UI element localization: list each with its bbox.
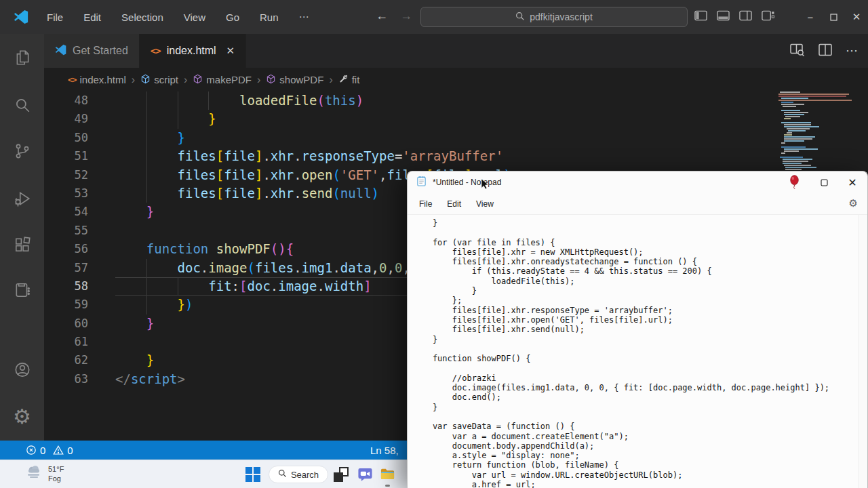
search-sidebar-icon[interactable] bbox=[14, 96, 31, 117]
cursor-position[interactable]: Ln 58, bbox=[370, 441, 399, 460]
warnings-icon[interactable] bbox=[53, 445, 64, 455]
breadcrumb-file[interactable]: <> index.html bbox=[68, 74, 126, 85]
menu-edit[interactable]: Edit bbox=[439, 199, 469, 209]
notepad-line: } bbox=[413, 335, 867, 344]
chevron-right-icon: › bbox=[183, 74, 188, 86]
menu-edit[interactable]: Edit bbox=[73, 12, 111, 23]
line-number: 55 bbox=[44, 222, 88, 240]
command-center-search[interactable]: pdfkitjavascript bbox=[420, 7, 688, 27]
tab-bar: Get Started <> index.html ✕ ⋯ bbox=[44, 34, 868, 68]
notebook-icon[interactable] bbox=[14, 281, 31, 302]
menu-view[interactable]: View bbox=[469, 199, 501, 209]
html-file-icon: <> bbox=[151, 45, 161, 56]
balloon-icon bbox=[781, 171, 808, 193]
breadcrumb-script[interactable]: script bbox=[140, 74, 178, 86]
errors-icon[interactable] bbox=[26, 445, 37, 455]
notepad-line: files[file].xhr.open('GET', files[file].… bbox=[413, 315, 867, 325]
symbol-method-icon bbox=[266, 74, 276, 86]
notepad-text-area[interactable]: } for (var file in files) { files[file].… bbox=[408, 215, 867, 488]
line-number: 58 bbox=[44, 277, 88, 296]
notepad-line: var saveData = (function () { bbox=[413, 422, 867, 431]
chevron-right-icon: › bbox=[256, 74, 261, 86]
file-explorer-button[interactable] bbox=[380, 466, 395, 485]
errors-count: 0 bbox=[40, 445, 45, 456]
notepad-line: } bbox=[413, 403, 867, 412]
vscode-logo-icon bbox=[14, 9, 28, 27]
menu-more[interactable]: ⋯ bbox=[289, 11, 319, 23]
customize-layout-icon[interactable] bbox=[762, 10, 774, 24]
notepad-menubar: File Edit View ⚙ bbox=[408, 193, 867, 215]
scrollbar[interactable] bbox=[859, 215, 867, 488]
layout-sidebar-icon[interactable] bbox=[694, 10, 707, 24]
notepad-titlebar[interactable]: *Untitled - Notepad ✕ bbox=[408, 171, 867, 193]
notepad-line: } bbox=[413, 218, 867, 228]
menu-selection[interactable]: Selection bbox=[111, 12, 174, 23]
notepad-line bbox=[413, 412, 867, 422]
notepad-line: var a = document.createElement("a"); bbox=[413, 432, 867, 441]
notepad-line: files[file].xhr.onreadystatechange = fun… bbox=[413, 257, 867, 266]
notepad-line bbox=[413, 363, 867, 373]
notepad-line: }; bbox=[413, 296, 867, 305]
close-icon[interactable]: ✕ bbox=[839, 171, 866, 193]
layout-panel-icon[interactable] bbox=[717, 10, 730, 24]
chat-button[interactable] bbox=[357, 466, 373, 485]
menu-run[interactable]: Run bbox=[250, 12, 289, 23]
chevron-right-icon: › bbox=[131, 74, 136, 86]
extensions-icon[interactable] bbox=[14, 236, 31, 256]
maximize-icon[interactable] bbox=[822, 0, 845, 34]
notepad-window: *Untitled - Notepad ✕ File Edit View ⚙ }… bbox=[407, 171, 868, 488]
tab-get-started[interactable]: Get Started bbox=[44, 34, 140, 68]
minimize-icon[interactable]: − bbox=[799, 0, 822, 34]
explorer-running-indicator bbox=[385, 485, 390, 487]
warnings-count: 0 bbox=[67, 445, 73, 456]
maximize-icon[interactable] bbox=[810, 171, 837, 193]
line-number: 59 bbox=[44, 296, 88, 314]
tab-index-html[interactable]: <> index.html ✕ bbox=[140, 34, 246, 68]
tab-close-icon[interactable]: ✕ bbox=[226, 45, 235, 57]
notepad-line: a.style = "display: none"; bbox=[413, 451, 867, 460]
accounts-icon[interactable] bbox=[13, 361, 31, 382]
more-actions-icon[interactable]: ⋯ bbox=[846, 43, 859, 58]
editor-line[interactable]: 50 } bbox=[44, 129, 868, 147]
search-label: Search bbox=[291, 470, 319, 480]
notepad-line: doc.image(files.img1.data, 0, 0, { fit: … bbox=[413, 383, 867, 392]
weather-widget[interactable]: 51°F Fog bbox=[24, 463, 64, 485]
taskbar-search[interactable]: Search bbox=[269, 466, 328, 483]
symbol-property-icon bbox=[338, 74, 349, 86]
notepad-line bbox=[413, 344, 867, 354]
notepad-line: doc.end(); bbox=[413, 392, 867, 402]
breadcrumb-fit[interactable]: fit bbox=[338, 74, 360, 86]
settings-gear-icon[interactable]: ⚙ bbox=[13, 407, 31, 427]
line-number: 49 bbox=[44, 110, 88, 128]
menubar: File Edit Selection View Go Run ⋯ bbox=[37, 0, 319, 34]
editor-line[interactable]: 51 files[file].xhr.responseType='arrayBu… bbox=[44, 147, 868, 165]
breadcrumb-makepdf[interactable]: makePDF bbox=[193, 74, 252, 86]
task-view-button[interactable] bbox=[334, 467, 349, 482]
notepad-line: function showPDF() { bbox=[413, 354, 867, 363]
open-changes-icon[interactable] bbox=[790, 43, 805, 59]
notepad-line: loadedFile(this); bbox=[413, 277, 867, 286]
menu-file[interactable]: File bbox=[37, 12, 73, 23]
split-editor-icon[interactable] bbox=[818, 43, 832, 59]
line-number: 51 bbox=[44, 147, 88, 165]
editor-line[interactable]: 48 loadedFile(this) bbox=[44, 92, 868, 110]
close-icon[interactable]: ✕ bbox=[845, 0, 868, 34]
menu-go[interactable]: Go bbox=[216, 12, 250, 23]
forward-arrow-icon[interactable]: → bbox=[400, 9, 412, 23]
menu-view[interactable]: View bbox=[174, 12, 216, 23]
breadcrumb-showpdf[interactable]: showPDF bbox=[266, 74, 323, 86]
line-number: 50 bbox=[44, 129, 88, 147]
start-button[interactable] bbox=[245, 467, 260, 482]
source-control-icon[interactable] bbox=[14, 142, 31, 163]
settings-gear-icon[interactable]: ⚙ bbox=[849, 197, 858, 209]
menu-file[interactable]: File bbox=[412, 199, 439, 209]
back-arrow-icon[interactable]: ← bbox=[376, 9, 388, 23]
explorer-icon[interactable] bbox=[14, 49, 31, 69]
editor-line[interactable]: 49 } bbox=[44, 110, 868, 128]
layout-sidebar-right-icon[interactable] bbox=[739, 10, 752, 24]
weather-temp: 51°F bbox=[48, 464, 64, 474]
chevron-right-icon: › bbox=[328, 74, 333, 86]
notepad-line: document.body.appendChild(a); bbox=[413, 441, 867, 451]
notepad-line: var url = window.URL.createObjectURL(blo… bbox=[413, 470, 867, 480]
run-debug-icon[interactable] bbox=[14, 190, 31, 210]
